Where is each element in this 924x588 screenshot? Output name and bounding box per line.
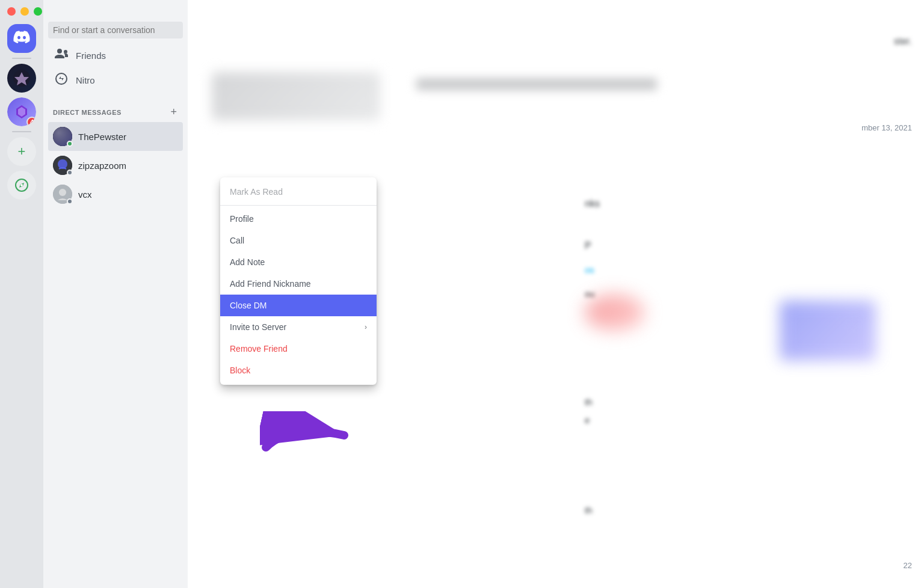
zipzapzoom-status (67, 170, 73, 176)
blurred-text-1 (416, 78, 657, 90)
dm-item-zipzapzoom[interactable]: zipzapzoom (48, 151, 183, 180)
page-number: 22 (904, 561, 912, 570)
chat-p: P (585, 240, 591, 251)
blurred-image-2 (780, 301, 876, 361)
add-note-label: Add Note (230, 257, 265, 267)
vcx-name: vcx (78, 189, 92, 200)
close-button[interactable] (7, 7, 16, 16)
context-menu-mark-as-read: Mark As Read (220, 181, 377, 203)
friends-icon (54, 48, 69, 63)
maximize-button[interactable] (34, 7, 42, 16)
friends-nav-item[interactable]: Friends (48, 43, 183, 68)
context-menu-add-friend-nickname[interactable]: Add Friend Nickname (220, 273, 377, 295)
zipzapzoom-name: zipzapzoom (78, 161, 126, 171)
close-dm-label: Close DM (230, 301, 266, 310)
nitro-icon (54, 73, 69, 88)
context-menu-close-dm[interactable]: Close DM (220, 295, 377, 316)
zipzapzoom-avatar-container (53, 156, 72, 175)
nitro-nav-item[interactable]: Nitro (48, 68, 183, 93)
server-divider (12, 58, 31, 59)
thepewster-status (67, 141, 73, 147)
thepewster-avatar-container (53, 127, 72, 146)
vcx-avatar-container (53, 185, 72, 204)
svg-point-5 (20, 184, 23, 186)
chat-e: e (585, 415, 590, 425)
chevron-right-icon: › (365, 323, 367, 331)
context-menu-profile[interactable]: Profile (220, 208, 377, 230)
chat-th-2: th (585, 505, 593, 515)
discord-logo-icon (13, 30, 30, 47)
context-menu-remove-friend[interactable]: Remove Friend (220, 338, 377, 360)
vcx-status (67, 198, 73, 204)
gem-server-badge: 4 (26, 117, 36, 126)
block-label: Block (230, 366, 250, 375)
dm-item-vcx[interactable]: vcx (48, 180, 183, 209)
server-divider-2 (12, 131, 31, 132)
profile-label: Profile (230, 214, 254, 224)
chat-os: os (585, 265, 594, 275)
arrow-annotation (260, 411, 356, 462)
game-server-icon[interactable] (7, 64, 36, 93)
explore-button[interactable] (7, 171, 36, 200)
dm-list: ThePewster zipzapzoom (43, 122, 188, 588)
svg-point-12 (59, 189, 66, 196)
chat-th-1: th (585, 397, 593, 407)
thepewster-name: ThePewster (78, 132, 126, 142)
call-label: Call (230, 236, 244, 245)
search-bar (48, 22, 183, 38)
date-text: mber 13, 2021 (861, 123, 912, 132)
svg-point-8 (58, 129, 67, 139)
chat-text-snippet-1: ster. (894, 36, 912, 47)
context-menu-divider-1 (220, 205, 377, 206)
add-server-button[interactable]: + (7, 137, 36, 166)
mark-as-read-label: Mark As Read (230, 187, 283, 197)
dm-panel: Friends Nitro DIRECT MESSAGES + (43, 0, 188, 588)
add-friend-nickname-label: Add Friend Nickname (230, 279, 311, 289)
window-controls (7, 7, 42, 16)
context-menu-invite-to-server[interactable]: Invite to Server › (220, 316, 377, 338)
friends-label: Friends (76, 51, 106, 61)
invite-to-server-label: Invite to Server (230, 322, 286, 332)
chat-nks: nks (585, 198, 600, 209)
blurred-red (585, 295, 645, 331)
section-header: DIRECT MESSAGES + (43, 95, 188, 122)
context-menu: Mark As Read Profile Call Add Note Add F… (220, 177, 377, 385)
nav-items: Friends Nitro (43, 41, 188, 95)
section-label: DIRECT MESSAGES (53, 109, 122, 116)
discord-home-icon[interactable] (7, 24, 36, 53)
context-menu-add-note[interactable]: Add Note (220, 251, 377, 273)
chat-ou: ou (585, 289, 595, 299)
minimize-button[interactable] (20, 7, 29, 16)
gem-server-icon[interactable]: 4 (7, 97, 36, 126)
context-menu-call[interactable]: Call (220, 230, 377, 251)
game-server-image (7, 64, 36, 93)
search-input[interactable] (48, 22, 183, 38)
purple-arrow-icon (260, 411, 356, 459)
add-dm-button[interactable]: + (169, 105, 178, 120)
remove-friend-label: Remove Friend (230, 344, 288, 354)
blurred-image-1 (212, 72, 380, 120)
dm-item-thepewster[interactable]: ThePewster (48, 122, 183, 151)
nitro-label: Nitro (76, 75, 95, 85)
server-sidebar: 4 + (0, 0, 43, 588)
context-menu-block[interactable]: Block (220, 360, 377, 381)
